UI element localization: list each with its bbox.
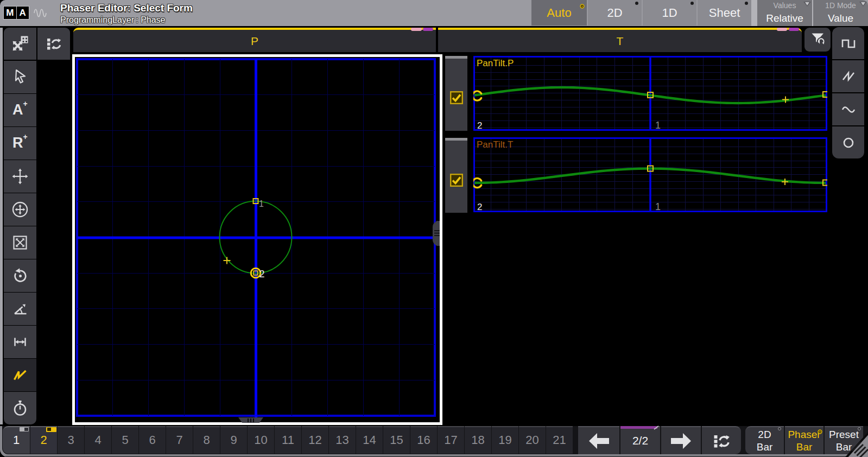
svg-text:PanTilt.P: PanTilt.P: [477, 58, 514, 68]
svg-text:1: 1: [655, 120, 661, 131]
svg-text:1: 1: [655, 201, 661, 212]
svg-text:2: 2: [259, 269, 265, 280]
svg-text:1: 1: [259, 199, 264, 208]
svg-text:2: 2: [477, 202, 482, 212]
svg-text:2: 2: [477, 120, 482, 131]
svg-text:PanTilt.T: PanTilt.T: [477, 139, 513, 150]
